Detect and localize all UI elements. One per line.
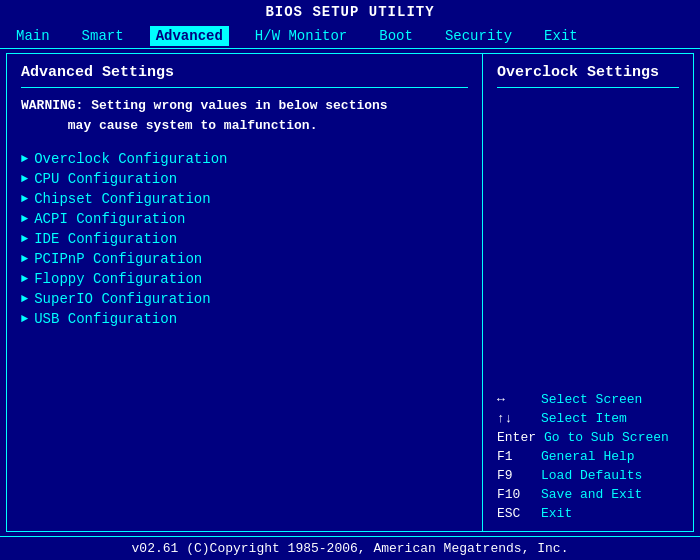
- arrow-icon: ►: [21, 152, 28, 166]
- config-item[interactable]: ►USB Configuration: [21, 309, 468, 329]
- help-row: ↑↓Select Item: [497, 411, 679, 426]
- help-row: F1General Help: [497, 449, 679, 464]
- left-panel-title: Advanced Settings: [21, 64, 468, 88]
- menu-bar: MainSmartAdvancedH/W MonitorBootSecurity…: [0, 24, 700, 49]
- arrow-icon: ►: [21, 312, 28, 326]
- menu-item-smart[interactable]: Smart: [76, 26, 130, 46]
- main-content: Advanced Settings WARNING: Setting wrong…: [6, 53, 694, 532]
- config-item[interactable]: ►Chipset Configuration: [21, 189, 468, 209]
- config-label: Chipset Configuration: [34, 191, 210, 207]
- config-label: SuperIO Configuration: [34, 291, 210, 307]
- help-desc: Save and Exit: [541, 487, 642, 502]
- config-label: Overclock Configuration: [34, 151, 227, 167]
- arrow-icon: ►: [21, 172, 28, 186]
- menu-item-exit[interactable]: Exit: [538, 26, 584, 46]
- right-panel-title: Overclock Settings: [497, 64, 679, 88]
- bios-title: BIOS SETUP UTILITY: [265, 4, 434, 20]
- config-item[interactable]: ►SuperIO Configuration: [21, 289, 468, 309]
- menu-item-advanced[interactable]: Advanced: [150, 26, 229, 46]
- help-row: EnterGo to Sub Screen: [497, 430, 679, 445]
- right-panel: Overclock Settings ↔Select Screen↑↓Selec…: [483, 54, 693, 531]
- help-row: F10Save and Exit: [497, 487, 679, 502]
- help-desc: General Help: [541, 449, 635, 464]
- config-item[interactable]: ►Overclock Configuration: [21, 149, 468, 169]
- help-row: ↔Select Screen: [497, 392, 679, 407]
- menu-item-boot[interactable]: Boot: [373, 26, 419, 46]
- arrow-icon: ►: [21, 212, 28, 226]
- warning-content: WARNING: Setting wrong values in below s…: [21, 98, 388, 133]
- help-row: F9Load Defaults: [497, 468, 679, 483]
- right-panel-help: ↔Select Screen↑↓Select ItemEnterGo to Su…: [497, 392, 679, 521]
- menu-item-h-w-monitor[interactable]: H/W Monitor: [249, 26, 353, 46]
- config-list: ►Overclock Configuration►CPU Configurati…: [21, 149, 468, 329]
- arrow-icon: ►: [21, 252, 28, 266]
- config-item[interactable]: ►PCIPnP Configuration: [21, 249, 468, 269]
- footer-text: v02.61 (C)Copyright 1985-2006, American …: [132, 541, 569, 556]
- menu-item-security[interactable]: Security: [439, 26, 518, 46]
- help-desc: Load Defaults: [541, 468, 642, 483]
- help-key: Enter: [497, 430, 536, 445]
- config-item[interactable]: ►IDE Configuration: [21, 229, 468, 249]
- config-label: IDE Configuration: [34, 231, 177, 247]
- left-panel: Advanced Settings WARNING: Setting wrong…: [7, 54, 483, 531]
- config-label: PCIPnP Configuration: [34, 251, 202, 267]
- bios-app: BIOS SETUP UTILITY MainSmartAdvancedH/W …: [0, 0, 700, 560]
- help-desc: Select Screen: [541, 392, 642, 407]
- arrow-icon: ►: [21, 272, 28, 286]
- help-key: F1: [497, 449, 533, 464]
- arrow-icon: ►: [21, 292, 28, 306]
- config-label: Floppy Configuration: [34, 271, 202, 287]
- help-key: F10: [497, 487, 533, 502]
- config-label: USB Configuration: [34, 311, 177, 327]
- config-item[interactable]: ►CPU Configuration: [21, 169, 468, 189]
- help-desc: Exit: [541, 506, 572, 521]
- help-key: F9: [497, 468, 533, 483]
- help-desc: Select Item: [541, 411, 627, 426]
- help-key: ↑↓: [497, 411, 533, 426]
- menu-item-main[interactable]: Main: [10, 26, 56, 46]
- help-key: ↔: [497, 392, 533, 407]
- footer: v02.61 (C)Copyright 1985-2006, American …: [0, 536, 700, 560]
- arrow-icon: ►: [21, 232, 28, 246]
- config-item[interactable]: ►ACPI Configuration: [21, 209, 468, 229]
- help-key: ESC: [497, 506, 533, 521]
- help-row: ESCExit: [497, 506, 679, 521]
- help-desc: Go to Sub Screen: [544, 430, 669, 445]
- config-label: CPU Configuration: [34, 171, 177, 187]
- title-bar: BIOS SETUP UTILITY: [0, 0, 700, 24]
- config-label: ACPI Configuration: [34, 211, 185, 227]
- config-item[interactable]: ►Floppy Configuration: [21, 269, 468, 289]
- arrow-icon: ►: [21, 192, 28, 206]
- warning-text: WARNING: Setting wrong values in below s…: [21, 96, 468, 135]
